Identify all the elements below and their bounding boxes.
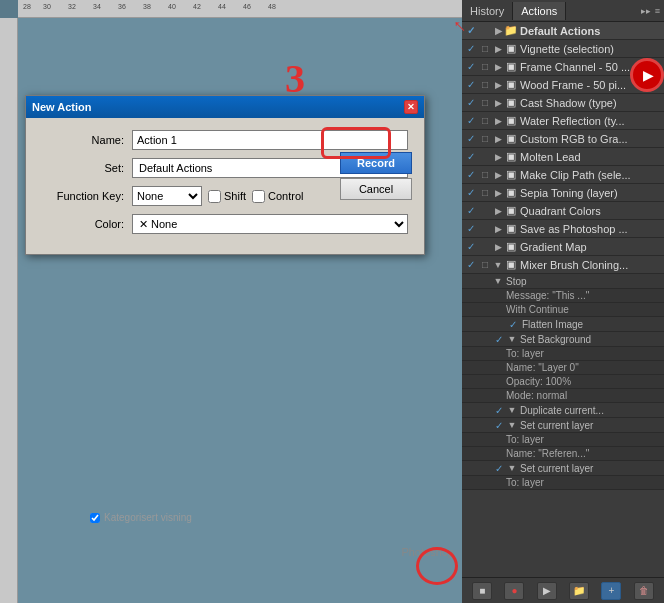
dialog-title-bar: New Action ✕ [26, 96, 424, 118]
color-select[interactable]: ✕ None [132, 214, 408, 234]
new-action-dialog: New Action ✕ Record Cancel Name: Set: De… [25, 95, 425, 255]
control-checkbox-label: Control [252, 190, 303, 203]
color-row: Color: ✕ None [42, 214, 408, 234]
shift-checkbox-label: Shift [208, 190, 246, 203]
dialog-body: Record Cancel Name: Set: Default Actions… [26, 118, 424, 254]
name-row: Name: [42, 130, 408, 150]
name-label: Name: [42, 134, 132, 146]
control-checkbox[interactable] [252, 190, 265, 203]
shift-checkbox[interactable] [208, 190, 221, 203]
function-key-label: Function Key: [42, 190, 132, 202]
cancel-button[interactable]: Cancel [340, 178, 412, 200]
dialog-title: New Action [32, 101, 92, 113]
dialog-close-button[interactable]: ✕ [404, 100, 418, 114]
set-label: Set: [42, 162, 132, 174]
dialog-button-group: Record Cancel [340, 152, 412, 200]
color-label: Color: [42, 218, 132, 230]
name-input[interactable] [132, 130, 408, 150]
function-key-select[interactable]: None [132, 186, 202, 206]
dialog-overlay: New Action ✕ Record Cancel Name: Set: De… [0, 0, 664, 603]
record-button[interactable]: Record [340, 152, 412, 174]
function-key-controls: None Shift Control [132, 186, 303, 206]
